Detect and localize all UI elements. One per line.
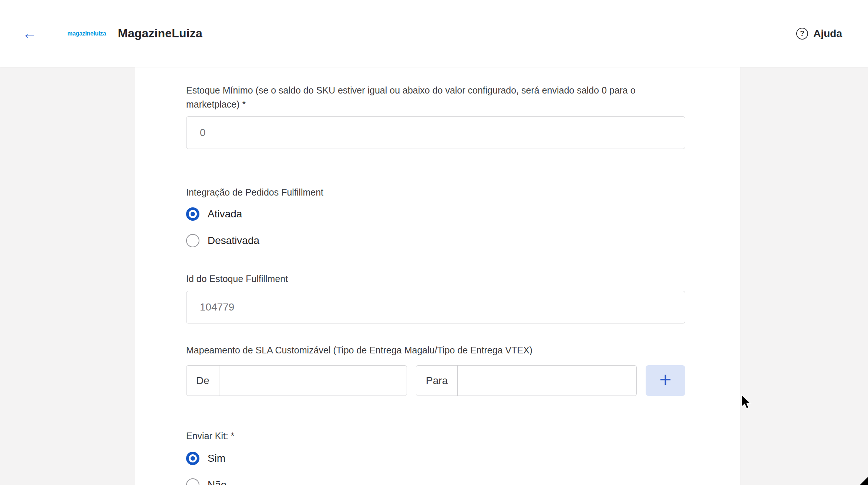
settings-form-card: Estoque Mínimo (se o saldo do SKU estive… [135,67,740,485]
mouse-cursor [741,394,754,410]
page-title: MagazineLuiza [118,27,202,40]
id-estoque-input[interactable] [186,291,685,323]
radio-sim[interactable] [186,452,199,465]
radio-row-desativada: Desativada [186,234,685,247]
radio-nao[interactable] [186,478,199,485]
sla-de-prefix: De [186,366,219,396]
back-arrow-icon: ← [22,25,37,42]
radio-desativada[interactable] [186,234,199,247]
radio-row-sim: Sim [186,452,685,465]
integracao-pedidos-label: Integração de Pedidos Fulfillment [186,185,685,199]
estoque-minimo-label: Estoque Mínimo (se o saldo do SKU estive… [186,83,685,111]
top-header: ← magazineluiza MagazineLuiza ? Ajuda [0,0,868,67]
sla-para-group: Para [416,365,637,396]
sla-row: De Para + [186,365,685,396]
sla-add-button[interactable]: + [646,365,685,396]
plus-icon: + [659,369,672,390]
question-circle-icon: ? [796,28,808,40]
sla-para-input[interactable] [458,366,636,396]
help-button[interactable]: ? Ajuda [796,28,842,40]
radio-ativada-label[interactable]: Ativada [208,208,242,220]
settings-form: Estoque Mínimo (se o saldo do SKU estive… [135,67,685,485]
radio-row-nao: Não [186,478,685,485]
radio-nao-label[interactable]: Não [208,479,226,485]
help-label: Ajuda [813,28,842,40]
radio-desativada-label[interactable]: Desativada [208,235,259,247]
estoque-minimo-input[interactable] [186,116,685,149]
sla-de-group: De [186,365,407,396]
enviar-kit-label: Enviar Kit: * [186,429,685,443]
id-estoque-label: Id do Estoque Fulfillment [186,272,685,286]
sla-de-input[interactable] [219,366,407,396]
radio-sim-label[interactable]: Sim [208,452,225,464]
radio-ativada[interactable] [186,207,199,221]
radio-row-ativada: Ativada [186,207,685,221]
back-button[interactable]: ← [19,23,40,44]
sla-mapeamento-label: Mapeamento de SLA Customizável (Tipo de … [186,343,685,357]
magazineluiza-logo: magazineluiza [67,29,107,38]
corner-cursor-artifact [860,477,868,485]
sla-para-prefix: Para [416,366,458,396]
